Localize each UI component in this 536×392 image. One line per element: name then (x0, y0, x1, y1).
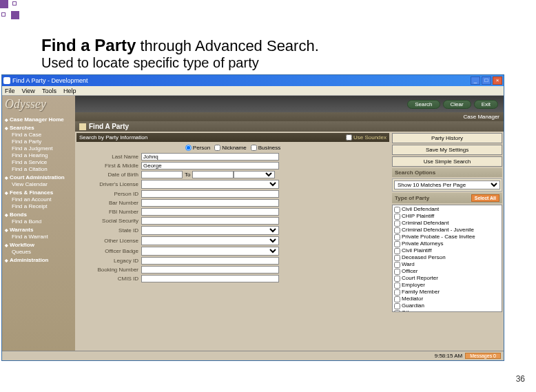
field-label: CMIS ID (79, 276, 141, 282)
close-button[interactable]: × (493, 76, 502, 85)
party-type-item[interactable]: Officer (393, 268, 501, 275)
clear-button[interactable]: Clear (443, 100, 471, 109)
ssn-input[interactable] (141, 217, 279, 225)
radio-nickname[interactable]: Nickname (214, 145, 247, 151)
nav-item[interactable]: Find a Judgment (5, 145, 72, 152)
field-label: Person ID (79, 191, 141, 197)
matches-per-page-select[interactable]: Show 10 Matches Per Page (394, 180, 500, 189)
first_mid-input[interactable] (141, 162, 279, 169)
slide-title: Find a Party through Advanced Search. (41, 36, 319, 55)
nav-item[interactable]: Find a Case (5, 132, 72, 138)
menu-view[interactable]: View (22, 87, 35, 94)
type-of-party-header: Type of Party Select All (392, 193, 502, 203)
party-type-item[interactable]: Civil Defendant (393, 206, 501, 213)
slide-subtitle: Used to locate specific type of party (41, 55, 259, 71)
cmis-input[interactable] (141, 275, 279, 282)
party-type-item[interactable]: Mediator (393, 296, 501, 302)
app-icon (3, 77, 10, 84)
book-icon (79, 123, 86, 130)
nav-home[interactable]: Case Manager Home (5, 116, 72, 123)
nav-group[interactable]: Court Administration (5, 174, 72, 180)
field-label: Last Name (79, 154, 141, 160)
party-type-item[interactable]: CHIP Plaintiff (393, 213, 501, 220)
party-type-item[interactable]: Other (393, 309, 501, 312)
menu-help[interactable]: Help (63, 87, 76, 94)
field-label: Other License (79, 238, 141, 244)
menu-tools[interactable]: Tools (42, 87, 56, 94)
personid-input[interactable] (141, 190, 279, 198)
party-history-button[interactable]: Party History (392, 133, 502, 143)
soundex-checkbox[interactable]: Use Soundex (346, 134, 386, 141)
minimize-button[interactable]: _ (471, 76, 480, 85)
nav-group[interactable]: Bonds (5, 212, 72, 218)
nav-item[interactable]: View Calendar (5, 181, 72, 187)
nav-group[interactable]: Administration (5, 257, 72, 263)
main-panel: Search Clear Exit Case Manager Find A Pa… (75, 96, 504, 360)
nav-group[interactable]: Searches (5, 125, 72, 131)
radio-person[interactable]: Person (185, 145, 210, 151)
fbi-input[interactable] (141, 208, 279, 216)
breadcrumb: Case Manager (75, 112, 504, 121)
field-label: Officer Badge (79, 248, 141, 254)
nav-item[interactable]: Find an Account (5, 196, 72, 203)
party-type-item[interactable]: Court Reporter (393, 275, 501, 282)
nav-item[interactable]: Queues (5, 249, 72, 255)
nav-item[interactable]: Find a Bond (5, 218, 72, 225)
save-settings-button[interactable]: Save My Settings (392, 145, 502, 155)
party-type-item[interactable]: Guardian (393, 302, 501, 309)
search-button[interactable]: Search (407, 100, 440, 109)
party-type-item[interactable]: Private Probate - Case Invitee (393, 234, 501, 240)
status-time: 9:58:15 AM (435, 353, 462, 359)
menu-bar: File View Tools Help (2, 86, 504, 96)
sidebar: Odyssey Case Manager HomeSearchesFind a … (2, 96, 75, 360)
radio-business[interactable]: Business (251, 145, 280, 151)
dob-extra-select[interactable] (234, 171, 275, 178)
exit-button[interactable]: Exit (474, 100, 498, 109)
legacy-input[interactable] (141, 257, 279, 265)
field-label: Date of Birth (79, 172, 141, 178)
toolbar: Search Clear Exit (75, 96, 504, 112)
type-of-party-list[interactable]: Civil DefendantCHIP PlaintiffCriminal De… (392, 205, 502, 312)
barnum-input[interactable] (141, 199, 279, 207)
nav-group[interactable]: Fees & Finances (5, 189, 72, 196)
party-type-item[interactable]: Private Attorneys (393, 240, 501, 247)
party-type-item[interactable]: Criminal Defendant (393, 220, 501, 227)
field-label: Driver's License (79, 181, 141, 187)
page-number: 36 (516, 374, 525, 384)
maximize-button[interactable]: □ (482, 76, 491, 85)
other_badge-select[interactable] (141, 247, 279, 256)
lastname-input[interactable] (141, 153, 279, 161)
party-type-item[interactable]: Civil Plaintiff (393, 247, 501, 254)
nav-item[interactable]: Find a Party (5, 138, 72, 145)
nav-item[interactable]: Find a Warrant (5, 234, 72, 240)
window-title: Find A Party - Development (12, 77, 88, 84)
other_lic-select[interactable] (141, 236, 279, 245)
booking-input[interactable] (141, 266, 279, 274)
field-label: FBI Number (79, 209, 141, 215)
field-label: State ID (79, 227, 141, 234)
nav-group[interactable]: Workflow (5, 242, 72, 248)
field-label: Legacy ID (79, 258, 141, 264)
messages-button[interactable]: Messages 0 (465, 353, 501, 359)
app-window: Find A Party - Development _ □ × File Vi… (1, 74, 504, 361)
drivers-select[interactable] (141, 180, 279, 189)
nav-item[interactable]: Find a Hearing (5, 152, 72, 158)
nav-item[interactable]: Find a Citation (5, 166, 72, 172)
party-type-item[interactable]: Deceased Person (393, 254, 501, 261)
party-type-item[interactable]: Family Member (393, 289, 501, 296)
nav-item[interactable]: Find a Receipt (5, 203, 72, 209)
dob-from-input[interactable] (141, 171, 183, 178)
nav-group[interactable]: Warrants (5, 227, 72, 233)
party-type-item[interactable]: Criminal Defendant - Juvenile (393, 227, 501, 234)
title-bar: Find A Party - Development _ □ × (2, 75, 504, 86)
menu-file[interactable]: File (5, 87, 15, 94)
nav-item[interactable]: Find a Service (5, 159, 72, 165)
dob-to-input[interactable] (192, 171, 234, 178)
simple-search-button[interactable]: Use Simple Search (392, 156, 502, 167)
select-all-button[interactable]: Select All (471, 194, 499, 202)
party-type-item[interactable]: Ward (393, 261, 501, 268)
search-section-header: Search by Party Information Use Soundex (76, 133, 389, 142)
stateid-select[interactable] (141, 226, 279, 235)
party-type-item[interactable]: Employer (393, 282, 501, 289)
search-options-header: Search Options (392, 168, 502, 177)
